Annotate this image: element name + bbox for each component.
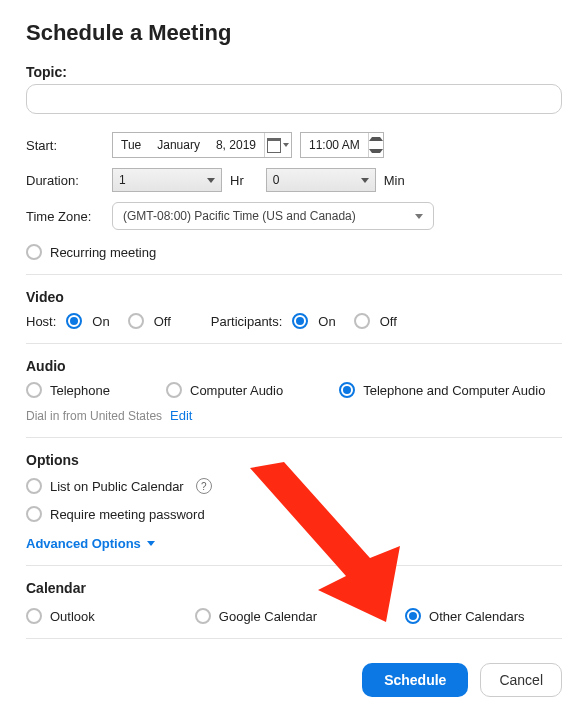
video-host-off-label: Off — [154, 314, 171, 329]
timezone-value: (GMT-08:00) Pacific Time (US and Canada) — [123, 209, 356, 223]
public-calendar-label: List on Public Calendar — [50, 479, 184, 494]
chevron-down-icon — [147, 541, 155, 546]
start-weekday: Tue — [113, 138, 149, 152]
video-participants-off-label: Off — [380, 314, 397, 329]
video-host-off-radio[interactable] — [128, 313, 144, 329]
audio-computer-label: Computer Audio — [190, 383, 283, 398]
calendar-outlook-radio[interactable] — [26, 608, 42, 624]
topic-label: Topic: — [26, 64, 67, 80]
topic-input[interactable] — [26, 84, 562, 114]
divider — [26, 437, 562, 438]
dial-in-text: Dial in from United States — [26, 409, 162, 423]
calendar-other-label: Other Calendars — [429, 609, 524, 624]
video-host-label: Host: — [26, 314, 56, 329]
chevron-down-icon — [361, 178, 369, 183]
video-heading: Video — [26, 289, 562, 305]
time-spinner[interactable] — [368, 133, 383, 157]
video-participants-label: Participants: — [211, 314, 283, 329]
spinner-down-icon[interactable] — [369, 145, 383, 157]
start-time-picker[interactable]: 11:00 AM — [300, 132, 384, 158]
calendar-other-radio[interactable] — [405, 608, 421, 624]
duration-mins-select[interactable]: 0 — [266, 168, 376, 192]
audio-computer-radio[interactable] — [166, 382, 182, 398]
audio-both-label: Telephone and Computer Audio — [363, 383, 545, 398]
chevron-down-icon — [207, 178, 215, 183]
page-title: Schedule a Meeting — [26, 20, 562, 46]
audio-heading: Audio — [26, 358, 562, 374]
start-label: Start: — [26, 138, 104, 153]
timezone-select[interactable]: (GMT-08:00) Pacific Time (US and Canada) — [112, 202, 434, 230]
help-icon[interactable]: ? — [196, 478, 212, 494]
video-host-on-radio[interactable] — [66, 313, 82, 329]
audio-both-radio[interactable] — [339, 382, 355, 398]
require-password-radio[interactable] — [26, 506, 42, 522]
cancel-button[interactable]: Cancel — [480, 663, 562, 697]
recurring-meeting-label: Recurring meeting — [50, 245, 156, 260]
start-day-year: 8, 2019 — [208, 138, 264, 152]
start-month: January — [149, 138, 208, 152]
audio-telephone-radio[interactable] — [26, 382, 42, 398]
calendar-google-radio[interactable] — [195, 608, 211, 624]
video-participants-off-radio[interactable] — [354, 313, 370, 329]
mins-unit-label: Min — [384, 173, 405, 188]
hours-unit-label: Hr — [230, 173, 244, 188]
duration-label: Duration: — [26, 173, 104, 188]
divider — [26, 638, 562, 639]
video-host-on-label: On — [92, 314, 109, 329]
options-heading: Options — [26, 452, 562, 468]
video-participants-on-radio[interactable] — [292, 313, 308, 329]
divider — [26, 565, 562, 566]
duration-hours-select[interactable]: 1 — [112, 168, 222, 192]
calendar-google-label: Google Calendar — [219, 609, 317, 624]
start-time-value: 11:00 AM — [301, 138, 368, 152]
require-password-label: Require meeting password — [50, 507, 205, 522]
calendar-icon[interactable] — [264, 133, 291, 157]
divider — [26, 274, 562, 275]
public-calendar-radio[interactable] — [26, 478, 42, 494]
calendar-heading: Calendar — [26, 580, 562, 596]
advanced-options-label: Advanced Options — [26, 536, 141, 551]
calendar-outlook-label: Outlook — [50, 609, 95, 624]
audio-telephone-label: Telephone — [50, 383, 110, 398]
recurring-meeting-radio[interactable] — [26, 244, 42, 260]
schedule-button[interactable]: Schedule — [362, 663, 468, 697]
dial-in-edit-link[interactable]: Edit — [170, 408, 192, 423]
start-date-picker[interactable]: Tue January 8, 2019 — [112, 132, 292, 158]
timezone-label: Time Zone: — [26, 209, 104, 224]
duration-hours-value: 1 — [119, 173, 126, 187]
spinner-up-icon[interactable] — [369, 133, 383, 145]
video-participants-on-label: On — [318, 314, 335, 329]
advanced-options-toggle[interactable]: Advanced Options — [26, 536, 562, 551]
chevron-down-icon — [415, 214, 423, 219]
duration-mins-value: 0 — [273, 173, 280, 187]
divider — [26, 343, 562, 344]
